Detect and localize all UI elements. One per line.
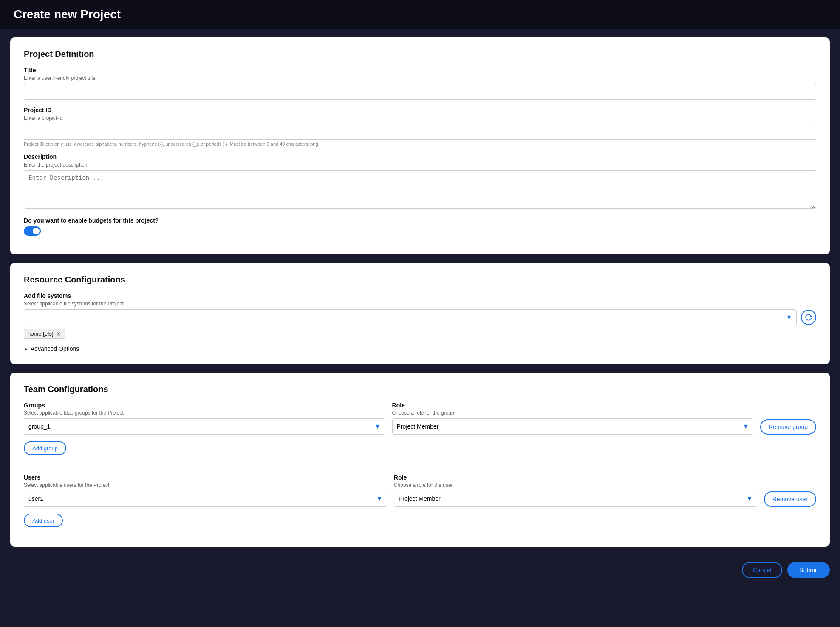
advanced-options-arrow-icon: ► (24, 347, 28, 351)
title-label: Title (24, 67, 816, 73)
groups-row: Groups Select applicable ldap groups for… (24, 402, 816, 435)
project-id-field-group: Project ID Enter a project-id Project ID… (24, 107, 816, 147)
project-id-hint-below: Project ID can only use lowercase alphab… (24, 141, 816, 147)
file-systems-select[interactable] (24, 309, 797, 325)
remove-group-button[interactable]: Remove group (760, 419, 816, 435)
resource-config-card: Resource Configurations Add file systems… (10, 263, 830, 364)
project-id-hint: Enter a project-id (24, 115, 816, 121)
budget-label: Do you want to enable budgets for this p… (24, 217, 816, 224)
description-label: Description (24, 153, 816, 160)
group-role-hint: Choose a role for the group (392, 410, 754, 416)
refresh-button[interactable] (801, 310, 816, 325)
project-definition-card: Project Definition Title Enter a user fr… (10, 37, 830, 254)
title-hint: Enter a user friendly project title (24, 75, 816, 81)
users-select[interactable]: user1 (24, 491, 387, 507)
add-user-button[interactable]: Add user (24, 514, 63, 527)
description-input[interactable] (24, 170, 816, 209)
title-field-group: Title Enter a user friendly project titl… (24, 67, 816, 100)
groups-select[interactable]: group_1 (24, 418, 385, 435)
page-title: Create new Project (14, 8, 826, 21)
file-system-tag: home [efs] ✕ (24, 329, 65, 339)
groups-hint: Select applicable ldap groups for the Pr… (24, 410, 385, 416)
groups-label: Groups (24, 402, 385, 409)
team-config-card: Team Configurations Groups Select applic… (10, 373, 830, 547)
advanced-options-toggle[interactable]: ► Advanced Options (24, 345, 816, 352)
group-role-label: Role (392, 402, 754, 409)
footer: Cancel Submit (0, 555, 840, 585)
cancel-button[interactable]: Cancel (742, 562, 783, 578)
page-header: Create new Project (0, 0, 840, 29)
group-role-select[interactable]: Project Member (392, 418, 754, 435)
budget-field-group: Do you want to enable budgets for this p… (24, 217, 816, 236)
project-definition-title: Project Definition (24, 49, 816, 59)
remove-user-button[interactable]: Remove user (764, 491, 816, 507)
advanced-options-label: Advanced Options (31, 345, 79, 352)
add-group-button[interactable]: Add group (24, 441, 66, 455)
divider (24, 466, 816, 466)
file-systems-label: Add file systems (24, 292, 816, 299)
user-role-label: Role (394, 474, 757, 481)
description-hint: Enter the project description (24, 162, 816, 168)
users-hint: Select applicable users for the Project (24, 482, 387, 488)
users-label: Users (24, 474, 387, 481)
budget-toggle[interactable] (24, 226, 41, 236)
description-field-group: Description Enter the project descriptio… (24, 153, 816, 210)
project-id-input[interactable] (24, 124, 816, 140)
user-role-hint: Choose a role for the user (394, 482, 757, 488)
resource-config-title: Resource Configurations (24, 275, 816, 285)
team-config-title: Team Configurations (24, 384, 816, 394)
file-systems-hint: Select applicable file systems for the P… (24, 301, 816, 307)
file-systems-field-group: Add file systems Select applicable file … (24, 292, 816, 339)
user-role-select[interactable]: Project Member (394, 491, 757, 507)
users-row: Users Select applicable users for the Pr… (24, 474, 816, 507)
project-id-label: Project ID (24, 107, 816, 113)
submit-button[interactable]: Submit (787, 562, 830, 578)
refresh-icon (805, 314, 812, 321)
tag-label: home [efs] (28, 330, 54, 337)
tag-close-icon[interactable]: ✕ (56, 331, 61, 337)
title-input[interactable] (24, 84, 816, 100)
